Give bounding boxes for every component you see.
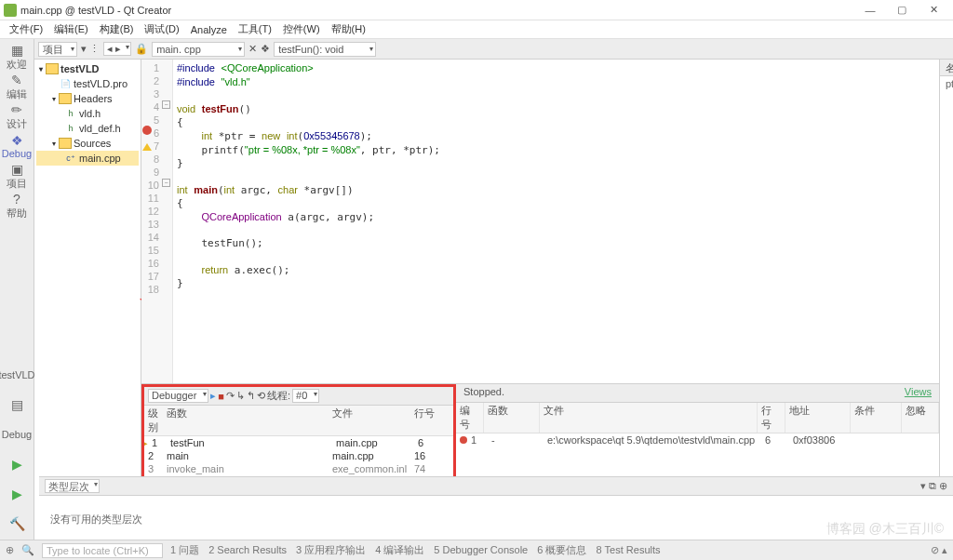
- project-selector[interactable]: 项目: [38, 42, 77, 57]
- locals-panel: 名称 值 ptr <optimized out: [939, 60, 953, 540]
- search-icon: 🔍: [21, 544, 34, 556]
- rail-bottom-btn[interactable]: ▶: [0, 450, 34, 478]
- menu-item[interactable]: 帮助(H): [326, 20, 371, 38]
- title-bar: main.cpp @ testVLD - Qt Creator — ▢ ✕: [0, 0, 953, 20]
- output-tab[interactable]: 5 Debugger Console: [434, 544, 528, 555]
- window-title: main.cpp @ testVLD - Qt Creator: [20, 5, 854, 16]
- rail-编辑[interactable]: ✎编辑: [0, 73, 34, 100]
- debug-step-out-icon[interactable]: ↰: [247, 390, 255, 402]
- menu-item[interactable]: 控件(W): [277, 20, 326, 38]
- minimize-button[interactable]: —: [854, 1, 886, 20]
- mode-rail: ▦欢迎✎编辑✏设计❖Debug▣项目?帮助 testVLD▤Debug▶▶🔨: [0, 39, 34, 540]
- tree-headers-folder[interactable]: ▾Headers: [36, 91, 139, 106]
- menu-item[interactable]: 构建(B): [94, 20, 140, 38]
- symbol-breadcrumb[interactable]: testFun(): void: [274, 42, 376, 57]
- tree-header-file[interactable]: hvld_def.h: [36, 121, 139, 136]
- locals-col-name[interactable]: 名称: [940, 60, 953, 75]
- type-hier-selector[interactable]: 类型层次: [45, 479, 100, 493]
- debug-step-over-icon[interactable]: ↷: [226, 390, 235, 402]
- status-bar: ⊕ 🔍 Type to locate (Ctrl+K) 1 问题2 Search…: [0, 540, 953, 560]
- project-tree[interactable]: ▾testVLD 📄testVLD.pro ▾Headers hvld.h hv…: [34, 60, 141, 540]
- menu-item[interactable]: 编辑(E): [48, 20, 94, 38]
- nav-back[interactable]: ◂ ▸: [103, 42, 131, 56]
- panel-controls[interactable]: ▾ ⧉ ⊕: [920, 480, 947, 492]
- code-content[interactable]: #include <QCoreApplication> #include "vl…: [173, 60, 939, 383]
- rail-帮助[interactable]: ?帮助: [0, 192, 34, 220]
- rail-debug[interactable]: ❖Debug: [0, 132, 34, 160]
- col-file[interactable]: 文件: [329, 406, 410, 435]
- output-tab[interactable]: 3 应用程序输出: [296, 544, 366, 555]
- lock-icon[interactable]: 🔒: [135, 43, 148, 55]
- output-tab[interactable]: 8 Test Results: [596, 544, 660, 555]
- rail-bottom-btn[interactable]: testVLD: [0, 361, 34, 389]
- col-level[interactable]: 级别: [144, 406, 163, 435]
- debug-continue-icon[interactable]: ▸: [210, 390, 216, 402]
- debug-stop-icon[interactable]: ■: [218, 391, 224, 402]
- thread-label: 线程:: [267, 389, 290, 403]
- col-line[interactable]: 行号: [410, 406, 448, 435]
- stack-frame[interactable]: ▸1testFunmain.cpp6: [144, 436, 453, 449]
- breakpoint-row[interactable]: 1 - e:\cworkspace\qt 5.9\qtdemo\testvld\…: [456, 433, 939, 447]
- file-breadcrumb[interactable]: main. cpp: [152, 42, 245, 57]
- rail-bottom-btn[interactable]: Debug: [0, 420, 34, 448]
- locate-icon[interactable]: ⊕: [6, 544, 14, 556]
- tree-pro-file[interactable]: 📄testVLD.pro: [36, 76, 139, 91]
- editor-toolbar: 项目 ▾ ⋮ ◂ ▸ 🔒 main. cpp ✕ ❖ testFun(): vo…: [34, 39, 953, 60]
- menu-item[interactable]: 文件(F): [4, 20, 48, 38]
- thread-selector[interactable]: #0: [292, 389, 319, 403]
- debug-restart-icon[interactable]: ⟲: [257, 390, 265, 402]
- breakpoint-dot-icon: [460, 436, 467, 444]
- tree-header-file[interactable]: hvld.h: [36, 106, 139, 121]
- locals-row[interactable]: ptr <optimized out: [940, 76, 953, 91]
- menu-item[interactable]: 工具(T): [233, 20, 277, 38]
- close-file-icon[interactable]: ✕: [248, 43, 257, 55]
- rail-bottom-btn[interactable]: ▤: [0, 391, 34, 419]
- tree-project-root[interactable]: ▾testVLD: [36, 61, 139, 76]
- filter-icon[interactable]: ▾ ⋮: [81, 43, 100, 55]
- maximize-button[interactable]: ▢: [886, 1, 918, 20]
- bp-header: 编号 函数 文件 行号 地址 条件 忽略: [456, 403, 939, 433]
- type-hierarchy-panel: 类型层次▾ ⧉ ⊕ 没有可用的类型层次: [39, 476, 953, 540]
- menu-bar: 文件(F)编辑(E)构建(B)调试(D)Analyze工具(T)控件(W)帮助(…: [0, 20, 953, 39]
- status-close-icon[interactable]: ⊘ ▴: [931, 544, 947, 556]
- bookmark-icon[interactable]: ❖: [261, 43, 270, 55]
- app-icon: [4, 4, 17, 17]
- rail-欢迎[interactable]: ▦欢迎: [0, 43, 34, 71]
- output-tab[interactable]: 6 概要信息: [537, 544, 586, 555]
- output-tab[interactable]: 1 问题: [170, 544, 199, 555]
- locator-input[interactable]: Type to locate (Ctrl+K): [42, 543, 163, 558]
- tree-source-file[interactable]: c⁺main.cpp: [36, 151, 139, 166]
- menu-item[interactable]: 调试(D): [139, 20, 184, 38]
- output-tab[interactable]: 4 编译输出: [375, 544, 424, 555]
- tree-sources-folder[interactable]: ▾Sources: [36, 136, 139, 151]
- stack-frame[interactable]: 3invoke_mainexe_common.inl74: [144, 462, 453, 475]
- close-button[interactable]: ✕: [918, 1, 949, 20]
- rail-bottom-btn[interactable]: 🔨: [0, 510, 34, 538]
- col-func[interactable]: 函数: [163, 406, 329, 435]
- warning-marker[interactable]: [142, 139, 152, 151]
- stack-frame[interactable]: 2mainmain.cpp16: [144, 449, 453, 462]
- code-editor[interactable]: 123 4− 5 6 7 89 10− 1112131415161718 #in…: [141, 60, 939, 540]
- debugger-status: Stopped.: [463, 386, 504, 400]
- line-gutter[interactable]: 123 4− 5 6 7 89 10− 1112131415161718: [141, 60, 173, 383]
- views-link[interactable]: Views: [905, 386, 932, 400]
- type-hier-empty-msg: 没有可用的类型层次: [47, 500, 946, 540]
- rail-项目[interactable]: ▣项目: [0, 162, 34, 190]
- debugger-selector[interactable]: Debugger: [148, 389, 208, 403]
- rail-设计[interactable]: ✏设计: [0, 102, 34, 130]
- breakpoint-marker[interactable]: [142, 126, 152, 135]
- output-tab[interactable]: 2 Search Results: [208, 544, 287, 555]
- debug-step-into-icon[interactable]: ↳: [236, 390, 245, 402]
- rail-bottom-btn[interactable]: ▶: [0, 480, 34, 508]
- menu-item[interactable]: Analyze: [185, 22, 233, 37]
